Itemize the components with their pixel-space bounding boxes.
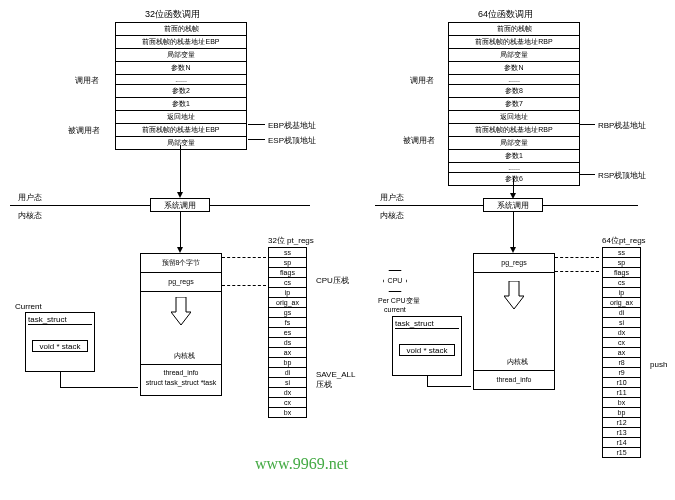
ptregs-title-32: 32位 pt_regs (268, 235, 314, 246)
push-lbl: push (650, 360, 667, 369)
right-stack-frame: 前面的栈帧 前面栈帧的栈基地址RBP 局部变量 参数N ...... 参数8 参… (448, 22, 580, 186)
ptregs-title-64: 64位pt_regs (602, 235, 646, 246)
syscall-32: 系统调用 (150, 198, 210, 212)
connector (180, 145, 181, 195)
left-stack-frame: 前面的栈帧 前面栈帧的栈基地址EBP 局部变量 参数N ...... 参数2 参… (115, 22, 247, 150)
syscall-64: 系统调用 (483, 198, 543, 212)
cpu-push-lbl: CPU压栈 (316, 275, 349, 286)
kernel-stack-64: pg_regs 内核栈 thread_info (473, 253, 555, 390)
kernel-32: 内核态 (18, 210, 42, 221)
lbl-callee-32: 被调用者 (68, 125, 100, 136)
watermark: www.9969.net (255, 455, 348, 473)
lbl-ebp: EBP栈基地址 (268, 120, 316, 131)
per-cpu-lbl: Per CPU变量 (378, 296, 420, 306)
save-all-lbl: SAVE_ALL 压栈 (316, 370, 355, 390)
lbl-rsp: RSP栈顶地址 (598, 170, 646, 181)
lbl-rbp: RBP栈基地址 (598, 120, 646, 131)
title-64: 64位函数调用 (478, 8, 533, 21)
current-lbl-32: Current (15, 302, 42, 311)
userland-32: 用户态 (18, 192, 42, 203)
row: 前面的栈帧 (116, 23, 246, 36)
ptregs-64-stack: ssspflagscsiporig_axdisidxcxaxr8r9r10r11… (602, 247, 641, 458)
void-stack-32: void * stack (32, 340, 88, 352)
lbl-caller-64: 调用者 (410, 75, 434, 86)
lbl-esp: ESP栈顶地址 (268, 135, 316, 146)
title-32: 32位函数调用 (145, 8, 200, 21)
userland-64: 用户态 (380, 192, 404, 203)
kernel-stack-32: 预留8个字节 pg_regs 内核栈 thread_info struct ta… (140, 253, 222, 396)
void-stack-64: void * stack (399, 344, 455, 356)
lbl-caller-32: 调用者 (75, 75, 99, 86)
cpu-icon: CPU (383, 270, 407, 292)
lbl-callee-64: 被调用者 (403, 135, 435, 146)
current-lbl-64: current (384, 306, 406, 313)
kernel-64: 内核态 (380, 210, 404, 221)
big-arrow-icon (504, 281, 524, 311)
big-arrow-icon (171, 297, 191, 327)
ptregs-32-stack: ssspflagscsiporig_axgsfsesdsaxbpdisidxcx… (268, 247, 307, 418)
